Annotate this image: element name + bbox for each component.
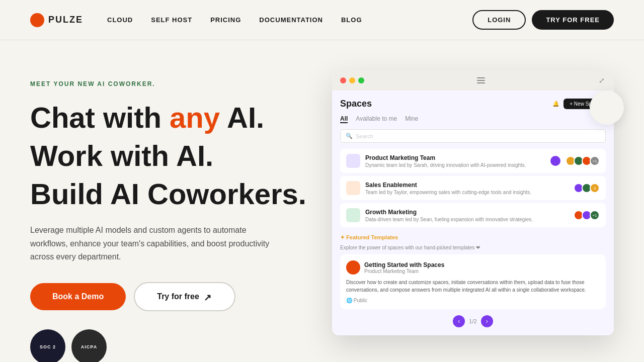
space-status-pm: [550, 156, 560, 166]
try-for-free-button[interactable]: TRY FOR FREE: [532, 10, 614, 30]
space-item-sales[interactable]: Sales Enablement Team led by Taylor, emp…: [340, 176, 606, 200]
tab-available[interactable]: Available to me: [356, 115, 397, 123]
featured-templates-section: ✦ Featured Templates Explore the power o…: [340, 234, 606, 309]
space-info-sales: Sales Enablement Team led by Taylor, emp…: [365, 182, 569, 195]
login-button[interactable]: LOGIN: [472, 10, 526, 30]
spaces-tabs: All Available to me Mine: [340, 115, 606, 123]
space-item-product-marketing[interactable]: Product Marketing Team Dynamic team led …: [340, 149, 606, 173]
browser-dots: [340, 77, 364, 83]
tab-mine[interactable]: Mine: [405, 115, 418, 123]
space-item-growth[interactable]: Growth Marketing Data-driven team led by…: [340, 203, 606, 227]
featured-public-label: Public: [354, 298, 367, 303]
bell-icon: 🔔: [552, 101, 559, 107]
soc2-badge: SOC 2: [30, 329, 65, 362]
page-indicator: 1/2: [469, 318, 476, 324]
search-icon: 🔍: [346, 133, 353, 139]
space-avatars-pm: +1: [566, 156, 600, 166]
featured-title: Getting Started with Spaces: [364, 261, 444, 268]
minimize-dot: [349, 77, 355, 83]
featured-desc: Explore the power of spaces with our han…: [340, 245, 606, 250]
logo-icon: [30, 13, 44, 27]
space-name-growth: Growth Marketing: [365, 209, 569, 216]
space-name-sales: Sales Enablement: [365, 182, 569, 189]
try-free-label: Try for free: [157, 292, 199, 301]
app-content: Spaces 🔔 + New Space All Available to me…: [332, 90, 614, 335]
pagination: ‹ 1/2 ›: [340, 315, 606, 327]
logo-text: PULZE: [48, 15, 83, 25]
featured-subtitle: Product Marketing Team: [364, 268, 444, 274]
browser-topbar: ⤢: [332, 70, 614, 90]
nav-self-host[interactable]: SELF HOST: [151, 16, 192, 24]
featured-card[interactable]: Getting Started with Spaces Product Mark…: [340, 254, 606, 309]
next-button[interactable]: ›: [481, 315, 493, 327]
hero-section: MEET YOUR NEW AI COWORKER. Chat with any…: [0, 40, 644, 362]
featured-card-titles: Getting Started with Spaces Product Mark…: [364, 261, 444, 274]
soc2-label: SOC 2: [40, 344, 56, 349]
hero-right: ⤢ Spaces 🔔 + New Space All Available to …: [332, 70, 614, 335]
tab-all[interactable]: All: [340, 115, 348, 123]
hero-left: MEET YOUR NEW AI COWORKER. Chat with any…: [30, 70, 312, 362]
arrow-icon: [203, 292, 212, 301]
navbar: PULZE CLOUD SELF HOST PRICING DOCUMENTAT…: [0, 0, 644, 40]
featured-label: ✦ Featured Templates: [340, 234, 606, 241]
space-desc-pm: Dynamic team led by Sarah, driving innov…: [365, 162, 545, 168]
space-desc-growth: Data-driven team led by Sean, fueling ex…: [365, 217, 569, 222]
logo[interactable]: PULZE: [30, 13, 83, 27]
search-placeholder: Search: [356, 133, 373, 139]
book-demo-button[interactable]: Book a Demo: [30, 283, 126, 310]
space-icon-sales: [346, 181, 360, 195]
hero-buttons: Book a Demo Try for free: [30, 282, 312, 311]
navbar-left: PULZE CLOUD SELF HOST PRICING DOCUMENTAT…: [30, 13, 362, 27]
featured-card-header: Getting Started with Spaces Product Mark…: [346, 260, 600, 275]
prev-button[interactable]: ‹: [453, 315, 465, 327]
space-desc-sales: Team led by Taylor, empowering sales wit…: [365, 190, 569, 195]
space-name-pm: Product Marketing Team: [365, 154, 545, 161]
space-info-growth: Growth Marketing Data-driven team led by…: [365, 209, 569, 222]
nav-cloud[interactable]: CLOUD: [107, 16, 133, 24]
space-info-pm: Product Marketing Team Dynamic team led …: [365, 154, 545, 168]
expand-icon: ⤢: [598, 76, 606, 84]
app-screenshot: ⤢ Spaces 🔔 + New Space All Available to …: [332, 70, 614, 335]
heading-chat-with: Chat with: [30, 101, 170, 134]
nav-pricing[interactable]: PRICING: [210, 16, 241, 24]
featured-icon: [346, 260, 360, 275]
aicpa-label: AICPA: [81, 344, 97, 349]
hero-heading-line2: Work with AI.: [30, 140, 312, 172]
spaces-title: Spaces: [340, 99, 372, 109]
space-avatars-sales: 3: [574, 183, 600, 193]
hero-description: Leverage multiple AI models and custom a…: [30, 224, 282, 263]
floating-decoration: [590, 90, 624, 125]
aicpa-badge: AICPA: [71, 329, 107, 362]
hamburger-icon: [475, 75, 487, 85]
hero-tagline: MEET YOUR NEW AI COWORKER.: [30, 80, 312, 87]
nav-links: CLOUD SELF HOST PRICING DOCUMENTATION BL…: [107, 16, 362, 24]
featured-footer: 🌐 Public: [346, 298, 600, 303]
heading-ai-period: AI.: [220, 101, 264, 134]
space-icon-pm: [346, 154, 360, 168]
spaces-header: Spaces 🔔 + New Space: [340, 99, 606, 109]
heading-highlight: any: [170, 101, 220, 134]
maximize-dot: [358, 77, 364, 83]
trust-badges: SOC 2 AICPA: [30, 329, 312, 362]
hero-heading-line1: Chat with any AI.: [30, 102, 312, 134]
nav-documentation[interactable]: DOCUMENTATION: [259, 16, 323, 24]
hero-heading-line3: Build AI Coworkers.: [30, 178, 312, 210]
try-free-button[interactable]: Try for free: [134, 282, 235, 311]
space-icon-growth: [346, 208, 360, 222]
spaces-search[interactable]: 🔍 Search: [340, 129, 606, 143]
navbar-right: LOGIN TRY FOR FREE: [472, 10, 614, 30]
space-avatars-growth: +1: [574, 210, 600, 220]
close-dot: [340, 77, 346, 83]
featured-body: Discover how to create and customize spa…: [346, 279, 600, 294]
nav-blog[interactable]: BLOG: [341, 16, 362, 24]
